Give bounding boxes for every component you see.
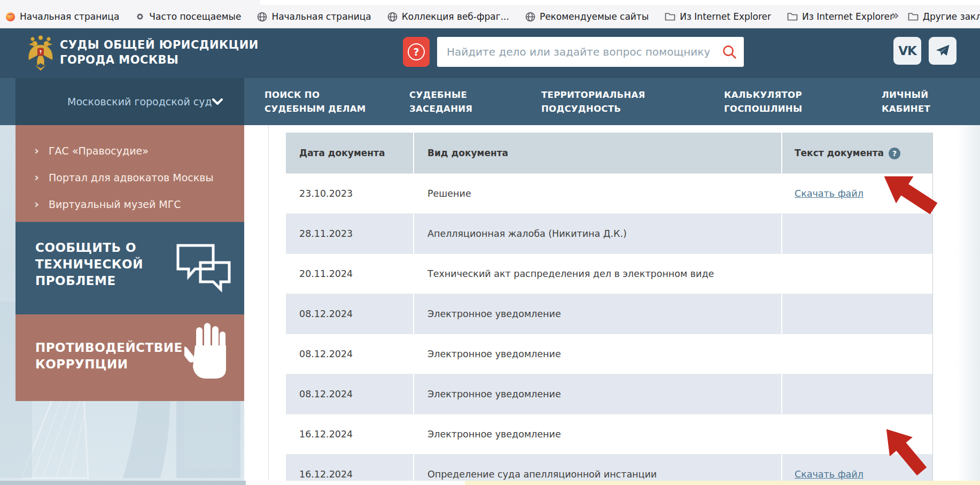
col-header-type: Вид документа [414,133,782,173]
bookmark-item[interactable]: Из Internet Explorer [787,11,893,22]
cell-date: 28.11.2023 [286,214,414,253]
cell-text [782,374,932,414]
cell-text [782,294,932,334]
bookmark-item[interactable]: Рекомендуемые сайты [525,11,649,22]
cell-date: 16.12.2024 [286,414,414,454]
sidebar-link[interactable]: › ГАС «Правосудие» [15,137,244,164]
col-header-date: Дата документа [286,133,414,173]
folder-icon [787,12,798,21]
column-help-icon[interactable]: ? [889,148,900,159]
globe-icon [257,12,267,22]
download-file-link[interactable]: Скачать файл [795,188,864,199]
sidebar-link[interactable]: › Виртуальный музей МГС [15,191,244,218]
cell-date: 23.10.2023 [286,174,414,213]
chevron-right-icon: › [34,145,49,157]
table-row: 08.12.2024 Электронное уведомление [286,334,932,374]
cell-date: 08.12.2024 [286,334,414,374]
table-row: 23.10.2023 Решение Скачать файл [286,173,932,213]
cell-text [782,254,932,294]
bookmark-item[interactable]: Из Internet Explorer [665,11,771,22]
stop-hand-icon [184,322,229,387]
cell-type: Решение [414,174,782,213]
cell-type: Электронное уведомление [414,374,782,414]
other-bookmarks-folder[interactable]: Другие закладки [908,11,980,22]
bookmark-item[interactable]: Начальная страница [5,11,119,22]
sidebar-links-block: › ГАС «Правосудие» › Портал для адвокато… [15,125,244,222]
telegram-button[interactable] [929,37,956,65]
vk-button[interactable]: VK [893,37,921,65]
page-right-margin [956,125,980,485]
court-selector[interactable]: Московский городской суд [15,78,244,125]
sidebar-link-label: Виртуальный музей МГС [49,198,181,210]
chevron-right-icon: › [34,198,49,210]
globe-icon [387,12,398,22]
chevron-right-icon: › [34,172,49,183]
nav-menu-item[interactable]: ТЕРРИТОРИАЛЬНАЯ ПОДСУДНОСТЬ [541,88,645,116]
table-header-row: Дата документа Вид документа Текст докум… [286,133,932,173]
cell-date: 08.12.2024 [286,374,414,414]
bookmark-label: Из Internet Explorer [802,11,893,22]
table-row: 16.12.2024 Электронное уведомление [286,414,932,454]
anti-corruption-title: ПРОТИВОДЕЙСТВИЕ КОРРУПЦИИ [35,340,183,373]
sidebar-link[interactable]: › Портал для адвокатов Москвы [15,164,244,191]
report-problem-title: СООБЩИТЬ О ТЕХНИЧЕСКОЙ ПРОБЛЕМЕ [35,240,143,289]
sidebar-link-label: ГАС «Правосудие» [49,145,149,157]
left-column: › ГАС «Правосудие» › Портал для адвокато… [0,125,244,485]
nav-menu-item[interactable]: СУДЕБНЫЕ ЗАСЕДАНИЯ [409,88,472,116]
table-row: 08.12.2024 Электронное уведомление [286,294,932,334]
bookmark-item[interactable]: Часто посещаемые [135,11,241,22]
download-file-link[interactable]: Скачать файл [795,469,864,480]
question-icon: ? [408,43,425,60]
cell-text [782,214,932,253]
page-bottom-edge [0,481,980,485]
nav-menu-item[interactable]: ЛИЧНЫЙ КАБИНЕТ [882,88,930,116]
bookmark-item[interactable]: Начальная страница [257,11,371,22]
search-icon[interactable] [715,44,744,60]
vk-icon: VK [898,44,916,58]
telegram-icon [935,44,950,58]
sidebar-link-label: Портал для адвокатов Москвы [49,172,213,183]
cell-type: Технический акт распределения дел в элек… [414,254,782,294]
bookmark-item[interactable]: Коллекция веб-фраг... [387,11,509,22]
bookmarks-list: Начальная страница Часто посещаемые Нача… [5,5,893,28]
bookmarks-right-group: » Другие закладки [891,5,980,28]
documents-table: Дата документа Вид документа Текст докум… [286,133,933,485]
site-title: СУДЫ ОБЩЕЙ ЮРИСДИКЦИИ ГОРОДА МОСКВЫ [60,37,259,67]
bookmark-label: Коллекция веб-фраг... [402,11,509,22]
help-button[interactable]: ? [403,37,430,67]
table-row: 20.11.2024 Технический акт распределения… [286,253,932,294]
bookmark-label: Рекомендуемые сайты [540,11,649,22]
anti-corruption-banner[interactable]: ПРОТИВОДЕЙСТВИЕ КОРРУПЦИИ [15,314,244,401]
gear-icon [135,12,145,21]
firefox-icon [5,12,15,22]
court-selector-label: Московский городской суд [67,96,212,107]
cell-type: Апелляционная жалоба (Никитина Д.К.) [414,214,782,253]
content-divider [268,125,269,485]
chat-bubbles-icon [175,241,232,295]
search-box [437,37,744,67]
report-problem-banner[interactable]: СООБЩИТЬ О ТЕХНИЧЕСКОЙ ПРОБЛЕМЕ [15,222,244,314]
other-bookmarks-label: Другие закладки [923,11,980,22]
cell-date: 20.11.2024 [286,254,414,294]
folder-icon [665,12,675,21]
nav-menu-item[interactable]: ПОИСК ПО СУДЕБНЫМ ДЕЛАМ [265,88,366,116]
bookmarks-overflow-icon[interactable]: » [891,9,899,24]
bookmarks-bar: Начальная страница Часто посещаемые Нача… [0,0,980,28]
search-input[interactable] [437,45,715,58]
toolbar-edge [260,0,980,5]
table-body: 23.10.2023 Решение Скачать файл 28.11.20… [286,173,932,485]
main-content: Дата документа Вид документа Текст докум… [244,125,980,485]
table-row: 28.11.2023 Апелляционная жалоба (Никитин… [286,213,932,253]
cell-type: Электронное уведомление [414,414,782,454]
bookmark-label: Начальная страница [20,11,119,22]
coat-of-arms-logo [27,35,55,71]
cell-text [782,334,932,374]
cell-type: Электронное уведомление [414,334,782,374]
nav-menu-item[interactable]: КАЛЬКУЛЯТОР ГОСПОШЛИНЫ [724,88,802,116]
folder-icon [908,12,919,21]
main-nav: Московский городской суд ПОИСК ПО СУДЕБН… [0,78,980,125]
globe-icon [525,12,535,22]
site-header: СУДЫ ОБЩЕЙ ЮРИСДИКЦИИ ГОРОДА МОСКВЫ ? VK [0,28,980,78]
table-row: 08.12.2024 Электронное уведомление [286,374,932,414]
cell-type: Электронное уведомление [414,294,782,334]
